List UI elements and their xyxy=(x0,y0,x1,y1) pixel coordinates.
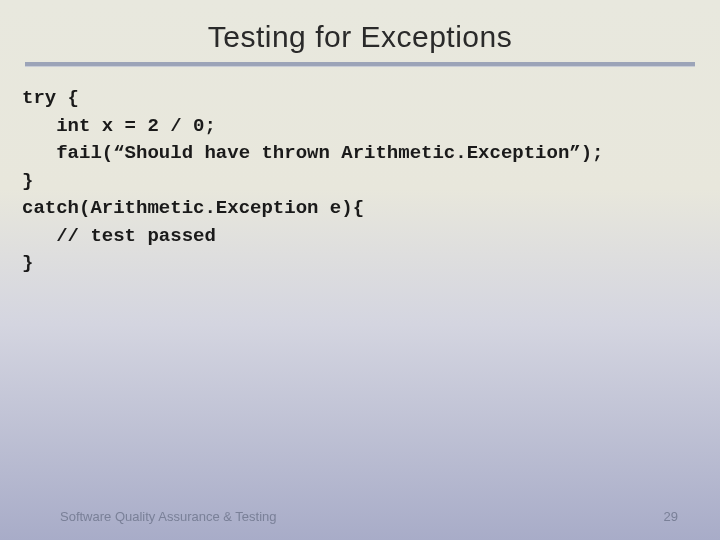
code-block: try { int x = 2 / 0; fail(“Should have t… xyxy=(0,67,720,278)
slide-title: Testing for Exceptions xyxy=(0,0,720,62)
footer-text: Software Quality Assurance & Testing xyxy=(60,509,277,524)
slide: Testing for Exceptions try { int x = 2 /… xyxy=(0,0,720,540)
page-number: 29 xyxy=(664,509,678,524)
